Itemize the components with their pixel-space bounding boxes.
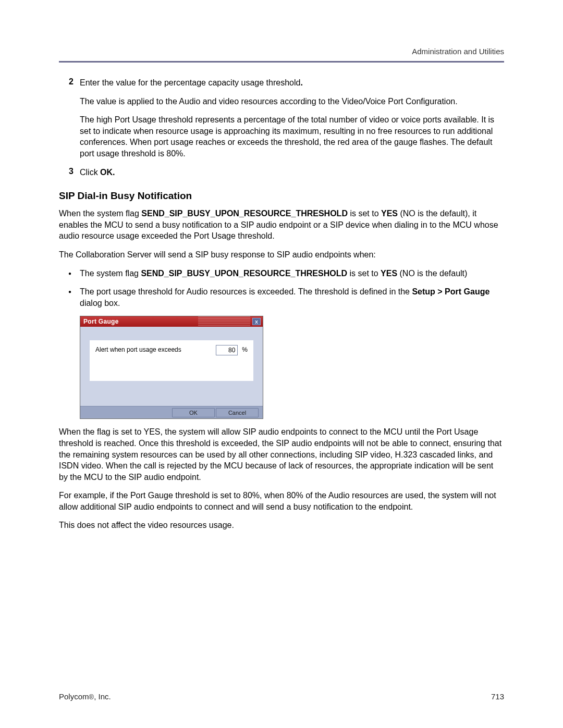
header-rule: [59, 61, 504, 63]
page-header-label: Administration and Utilities: [59, 47, 504, 56]
section-heading: SIP Dial-in Busy Notification: [59, 190, 504, 202]
footer-company: Polycom®, Inc.: [59, 692, 111, 701]
step-3-line-1: Click OK.: [80, 167, 115, 178]
footer-page-number: 713: [491, 692, 504, 701]
step-content: Enter the value for the percentage capac…: [80, 77, 504, 159]
dialog-footer: OK Cancel: [80, 406, 263, 418]
step-2-line-1: Enter the value for the percentage capac…: [80, 77, 504, 89]
condition-2: The port usage threshold for Audio resou…: [80, 286, 504, 309]
dialog-title: Port Gauge: [83, 318, 252, 325]
percent-label: %: [242, 344, 248, 353]
cancel-button[interactable]: Cancel: [216, 408, 259, 417]
close-icon[interactable]: x: [252, 318, 261, 325]
step-number: 3: [59, 167, 80, 178]
page-footer: Polycom®, Inc. 713: [59, 692, 504, 701]
dialog-titlebar[interactable]: Port Gauge x: [80, 316, 263, 327]
paragraph-after-3: This does not affect the video resources…: [59, 520, 504, 531]
ok-button[interactable]: OK: [172, 408, 215, 417]
threshold-input[interactable]: [216, 345, 238, 355]
step-2-line-3: The high Port Usage threshold represents…: [80, 114, 504, 159]
threshold-label: Alert when port usage exceeds: [95, 344, 212, 353]
step-2: 2 Enter the value for the percentage cap…: [59, 77, 504, 159]
step-number: 2: [59, 77, 80, 159]
dialog-body: Alert when port usage exceeds %: [80, 327, 263, 406]
step-3: 3 Click OK.: [59, 167, 504, 178]
paragraph-after-1: When the flag is set to YES, the system …: [59, 426, 504, 483]
paragraph-intro: When the system flag SEND_SIP_BUSY_UPON_…: [59, 208, 504, 242]
condition-1: The system flag SEND_SIP_BUSY_UPON_RESOU…: [80, 268, 504, 279]
threshold-row: Alert when port usage exceeds %: [90, 340, 253, 381]
paragraph-when: The Collaboration Server will send a SIP…: [59, 249, 504, 261]
condition-list: The system flag SEND_SIP_BUSY_UPON_RESOU…: [59, 268, 504, 309]
port-gauge-dialog: Port Gauge x Alert when port usage excee…: [80, 316, 263, 419]
paragraph-after-2: For example, if the Port Gauge threshold…: [59, 490, 504, 512]
step-content: Click OK.: [80, 167, 115, 178]
page-content: Administration and Utilities 2 Enter the…: [0, 0, 563, 531]
step-2-line-2: The value is applied to the Audio and vi…: [80, 96, 504, 107]
